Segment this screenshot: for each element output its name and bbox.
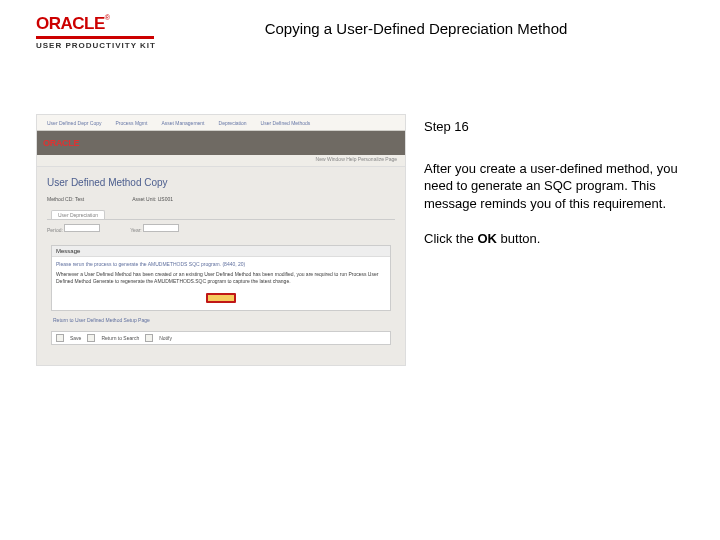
message-dialog: Message Please rerun the process to gene… bbox=[51, 245, 391, 311]
screenshot-body: User Defined Method Copy Method CD: Test… bbox=[37, 167, 405, 359]
browser-tabs: User Defined Depr Copy Process Mgmt Asse… bbox=[37, 115, 405, 131]
save-button: Save bbox=[70, 335, 81, 341]
year-input bbox=[143, 224, 179, 232]
return-link: Return to User Defined Method Setup Page bbox=[53, 317, 395, 323]
tab-item: User Defined Depr Copy bbox=[43, 119, 105, 127]
field-row: Method CD: Test Asset Unit: US001 bbox=[47, 196, 395, 202]
header: ORACLE® USER PRODUCTIVITY KIT Copying a … bbox=[0, 0, 720, 54]
action-bar: Save Return to Search Notify bbox=[51, 331, 391, 345]
instruction-panel: Step 16 After you create a user-defined … bbox=[424, 114, 696, 266]
toolbar-logo: ORACLE bbox=[43, 138, 79, 148]
ok-button[interactable] bbox=[206, 293, 236, 303]
breadcrumb: New Window Help Personalize Page bbox=[37, 155, 405, 167]
period-input bbox=[64, 224, 100, 232]
notify-icon bbox=[145, 334, 153, 342]
subfield-row: Period: Year: bbox=[47, 224, 395, 233]
instruction-paragraph: After you create a user-defined method, … bbox=[424, 160, 696, 213]
action-suffix: button. bbox=[497, 231, 540, 246]
message-summary: Please rerun the process to generate the… bbox=[52, 257, 390, 271]
step-label: Step 16 bbox=[424, 118, 696, 136]
action-bold: OK bbox=[477, 231, 497, 246]
content-area: User Defined Depr Copy Process Mgmt Asse… bbox=[0, 54, 720, 366]
action-prefix: Click the bbox=[424, 231, 477, 246]
tab-item: Asset Management bbox=[157, 119, 208, 127]
tab-item: Process Mgmt bbox=[111, 119, 151, 127]
message-body: Whenever a User Defined Method has been … bbox=[52, 271, 390, 291]
message-button-row bbox=[52, 291, 390, 310]
page-title: Copying a User-Defined Depreciation Meth… bbox=[176, 14, 696, 37]
return-button: Return to Search bbox=[101, 335, 139, 341]
instruction-action: Click the OK button. bbox=[424, 230, 696, 248]
notify-button: Notify bbox=[159, 335, 172, 341]
logo-bar bbox=[36, 36, 154, 39]
logo-subtitle: USER PRODUCTIVITY KIT bbox=[36, 41, 156, 50]
unit-label: Asset Unit: bbox=[132, 196, 156, 202]
message-title: Message bbox=[52, 246, 390, 257]
inner-tabstrip: User Depreciation bbox=[47, 210, 395, 220]
tab-item: User Defined Methods bbox=[257, 119, 315, 127]
save-icon bbox=[56, 334, 64, 342]
method-value: Test bbox=[75, 196, 84, 202]
return-icon bbox=[87, 334, 95, 342]
inner-tab: User Depreciation bbox=[51, 210, 105, 219]
app-toolbar: ORACLE bbox=[37, 131, 405, 155]
logo-trademark-icon: ® bbox=[105, 14, 110, 21]
logo-brand: ORACLE bbox=[36, 14, 105, 33]
app-screenshot: User Defined Depr Copy Process Mgmt Asse… bbox=[36, 114, 406, 366]
period-label: Period: bbox=[47, 227, 63, 233]
unit-value: US001 bbox=[158, 196, 173, 202]
method-label: Method CD: bbox=[47, 196, 74, 202]
screenshot-heading: User Defined Method Copy bbox=[47, 177, 395, 188]
year-label: Year: bbox=[130, 227, 142, 233]
tab-item: Depreciation bbox=[215, 119, 251, 127]
oracle-upk-logo: ORACLE® USER PRODUCTIVITY KIT bbox=[36, 14, 176, 50]
